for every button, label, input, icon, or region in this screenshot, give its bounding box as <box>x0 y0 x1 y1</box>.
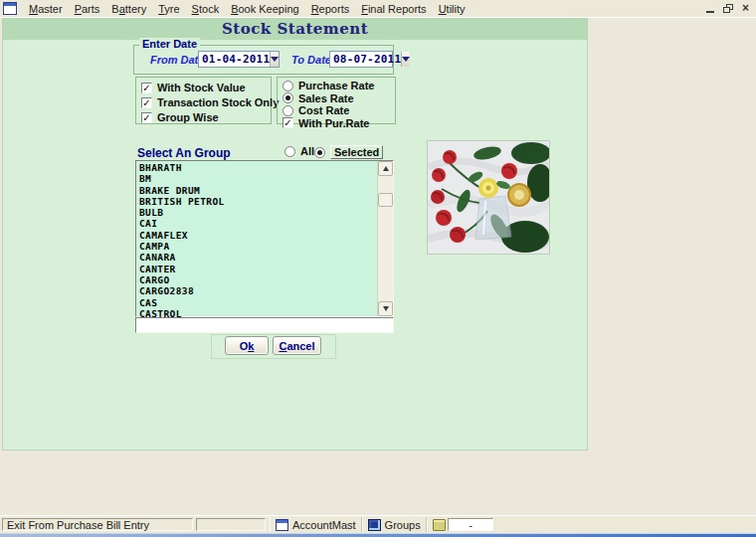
radio-selected[interactable]: Selected <box>314 145 383 159</box>
arrow-up-icon <box>383 166 389 171</box>
restore-icon[interactable] <box>723 4 733 13</box>
list-item-bharath[interactable]: BHARATH <box>139 162 380 173</box>
folder-icon <box>433 519 446 531</box>
menu-item-book-keeping[interactable]: Book Keeping <box>225 1 305 17</box>
disk-icon <box>368 519 381 531</box>
status-empty-panel <box>196 518 266 531</box>
radio-all-label: All <box>300 145 314 157</box>
group-filter-input[interactable] <box>135 317 394 333</box>
stock-options-frame: ✓With Stock Value✓Transaction Stock Only… <box>135 77 272 124</box>
list-item-bm[interactable]: BM <box>139 173 380 184</box>
form-icon <box>276 519 288 531</box>
enter-date-legend: Enter Date <box>139 38 200 50</box>
radio-all[interactable]: All <box>284 145 314 157</box>
list-item-cas[interactable]: CAS <box>139 297 380 308</box>
status-task-label: Groups <box>385 519 421 531</box>
chevron-down-icon <box>271 57 279 62</box>
list-item-cargo2838[interactable]: CARGO2838 <box>139 285 380 296</box>
enter-date-frame: Enter Date From Date 01-04-2011 To Date … <box>133 45 394 75</box>
checkbox-indicator: ✓ <box>141 83 152 93</box>
menu-item-stock[interactable]: Stock <box>186 1 226 17</box>
radio-indicator <box>283 92 293 103</box>
stock-statement-form: Stock Statement Enter Date From Date 01-… <box>2 18 588 450</box>
radio-indicator <box>283 81 293 91</box>
option-label: Transaction Stock Only <box>157 96 279 108</box>
scroll-down-button[interactable] <box>378 301 393 316</box>
decorative-photo <box>427 140 550 255</box>
from-date-value: 01-04-2011 <box>199 53 270 66</box>
menu-item-battery[interactable]: Battery <box>105 1 152 17</box>
option-label: Purchase Rate <box>298 80 374 91</box>
from-date-combo[interactable]: 01-04-2011 <box>198 51 280 68</box>
checkbox-with-pur-rate[interactable]: ✓With Pur.Rate <box>283 117 374 129</box>
menu-item-utility[interactable]: Utility <box>433 1 472 17</box>
from-date-label: From Date <box>150 54 204 66</box>
radio-indicator <box>284 146 295 157</box>
ok-button[interactable]: Ok <box>225 336 269 355</box>
rate-options-frame: Purchase RateSales RateCost Rate✓With Pu… <box>277 77 396 124</box>
list-item-camaflex[interactable]: CAMAFLEX <box>139 230 380 241</box>
page-title: Stock Statement <box>3 19 587 40</box>
option-label: Cost Rate <box>298 104 349 116</box>
to-date-combo[interactable]: 08-07-2011 <box>329 51 393 68</box>
close-icon[interactable]: × <box>742 4 749 13</box>
to-date-value: 08-07-2011 <box>330 53 401 66</box>
vertical-scrollbar[interactable] <box>377 161 393 316</box>
radio-cost-rate[interactable]: Cost Rate <box>283 104 374 116</box>
status-combo-value: - <box>469 519 472 531</box>
application-window: MasterPartsBatteryTyreStockBook KeepingR… <box>0 0 756 537</box>
status-combo[interactable]: - <box>448 518 493 531</box>
select-group-label: Select An Group <box>137 146 231 160</box>
option-label: Group Wise <box>157 111 219 123</box>
menu: MasterPartsBatteryTyreStockBook KeepingR… <box>23 1 472 17</box>
checkbox-with-stock-value[interactable]: ✓With Stock Value <box>141 82 279 93</box>
list-item-canter[interactable]: CANTER <box>139 264 380 274</box>
list-item-cai[interactable]: CAI <box>139 218 380 229</box>
radio-selected-label: Selected <box>330 145 383 159</box>
chevron-down-icon <box>402 57 410 62</box>
status-task-groups[interactable]: Groups <box>362 517 427 532</box>
scroll-up-button[interactable] <box>378 161 393 176</box>
radio-indicator <box>314 147 325 158</box>
window-controls: × <box>706 4 756 13</box>
menu-item-reports[interactable]: Reports <box>305 1 356 17</box>
rate-options-group: Purchase RateSales RateCost Rate✓With Pu… <box>283 80 374 129</box>
list-item-brake-drum[interactable]: BRAKE DRUM <box>139 185 380 196</box>
arrow-down-icon <box>383 306 389 311</box>
list-item-campa[interactable]: CAMPA <box>139 241 380 252</box>
status-task-accountmast[interactable]: AccountMast <box>270 517 362 532</box>
list-item-castrol[interactable]: CASTROL <box>139 308 380 317</box>
menu-item-parts[interactable]: Parts <box>69 1 106 17</box>
list-item-british-petrol[interactable]: BRITISH PETROL <box>139 196 380 207</box>
checkbox-group-wise[interactable]: ✓Group Wise <box>141 111 279 123</box>
window-system-icon[interactable] <box>3 2 17 15</box>
radio-sales-rate[interactable]: Sales Rate <box>283 92 374 104</box>
list-item-canara[interactable]: CANARA <box>139 252 380 263</box>
from-date-dropdown-button[interactable] <box>270 52 279 67</box>
list-item-bulb[interactable]: BULB <box>139 207 380 218</box>
menu-item-final-reports[interactable]: Final Reports <box>355 1 432 17</box>
radio-purchase-rate[interactable]: Purchase Rate <box>283 80 374 91</box>
menu-item-master[interactable]: Master <box>23 1 69 17</box>
to-date-dropdown-button[interactable] <box>401 52 410 67</box>
menu-item-tyre[interactable]: Tyre <box>152 1 185 17</box>
stock-options-group: ✓With Stock Value✓Transaction Stock Only… <box>141 82 279 123</box>
radio-indicator <box>283 105 293 116</box>
option-label: With Stock Value <box>157 82 246 93</box>
roses-image <box>428 141 549 254</box>
status-message: Exit From Purchase Bill Entry <box>7 519 149 531</box>
option-label: With Pur.Rate <box>298 117 369 129</box>
status-bar: Exit From Purchase Bill Entry AccountMas… <box>0 515 756 533</box>
scrollbar-thumb[interactable] <box>378 193 393 207</box>
checkbox-transaction-stock-only[interactable]: ✓Transaction Stock Only <box>141 96 279 108</box>
status-message-panel: Exit From Purchase Bill Entry <box>2 518 193 531</box>
to-date-label: To Date <box>291 54 331 66</box>
checkbox-indicator: ✓ <box>283 117 293 128</box>
cancel-button[interactable]: Cancel <box>273 336 321 355</box>
option-label: Sales Rate <box>298 92 354 104</box>
group-listbox: BHARATHBMBRAKE DRUMBRITISH PETROLBULBCAI… <box>135 160 394 317</box>
checkbox-indicator: ✓ <box>141 97 152 108</box>
group-list: BHARATHBMBRAKE DRUMBRITISH PETROLBULBCAI… <box>136 161 380 317</box>
list-item-cargo[interactable]: CARGO <box>139 274 380 285</box>
minimize-icon[interactable] <box>706 11 714 13</box>
